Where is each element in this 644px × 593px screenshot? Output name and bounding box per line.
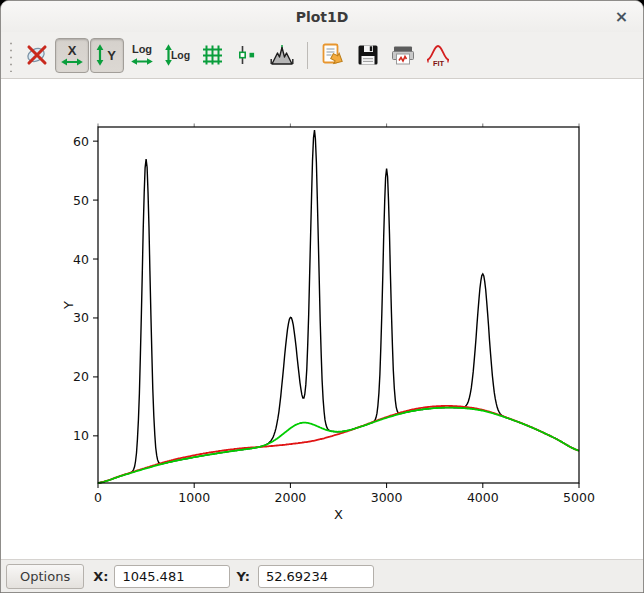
svg-text:20: 20 [73,369,89,384]
close-button[interactable]: × [611,6,632,27]
plot1d-window: Plot1D × X Y [0,0,644,593]
grid-icon [200,43,224,67]
svg-text:1000: 1000 [178,490,210,505]
peak-search-button[interactable] [265,38,299,73]
statusbar: Options X: Y: [1,559,643,592]
svg-text:X: X [68,43,77,58]
toolbar: X Y Log [1,32,643,79]
y-log-icon: Log [162,41,192,69]
x-log-button[interactable]: Log [125,38,159,73]
svg-text:Y: Y [61,301,76,310]
y-autoscale-button[interactable]: Y [90,38,124,73]
svg-text:10: 10 [73,428,89,443]
x-coordinate-field[interactable] [114,565,230,588]
save-icon [356,43,380,67]
zoom-reset-button[interactable] [20,38,54,73]
x-coordinate-label: X: [93,569,108,584]
copy-icon [320,42,346,68]
svg-text:Log: Log [132,43,152,55]
svg-text:5000: 5000 [563,490,595,505]
y-coordinate-label: Y: [236,569,249,584]
plot-canvas[interactable]: 010002000300040005000102030405060XY [1,79,643,559]
grid-button[interactable] [195,38,229,73]
x-autoscale-icon: X [58,41,86,69]
y-autoscale-icon: Y [93,41,121,69]
zoom-reset-icon [24,42,50,68]
print-button[interactable] [386,38,420,73]
titlebar[interactable]: Plot1D × [1,1,643,32]
window-title: Plot1D [296,9,349,25]
svg-text:Y: Y [107,48,116,63]
svg-text:4000: 4000 [467,490,499,505]
y-coordinate-field[interactable] [258,565,374,588]
peak-search-icon [269,43,295,67]
svg-text:50: 50 [73,193,89,208]
fit-button[interactable]: FIT [421,38,455,73]
plot-area: 010002000300040005000102030405060XY [1,79,643,559]
toggle-points-button[interactable] [230,38,264,73]
save-button[interactable] [351,38,385,73]
toolbar-separator [307,42,308,69]
options-button[interactable]: Options [6,564,84,589]
x-autoscale-button[interactable]: X [55,38,89,73]
print-icon [390,43,416,67]
toolbar-grip-handle[interactable] [7,38,15,72]
svg-text:3000: 3000 [371,490,403,505]
fit-icon: FIT [425,42,451,68]
x-log-icon: Log [127,41,157,69]
svg-text:60: 60 [73,134,89,149]
svg-text:Log: Log [171,49,190,61]
svg-text:30: 30 [73,310,89,325]
svg-text:2000: 2000 [274,490,306,505]
close-icon: × [615,9,628,25]
toggle-points-icon [235,43,259,67]
copy-button[interactable] [316,38,350,73]
svg-text:FIT: FIT [433,59,445,68]
svg-text:40: 40 [73,252,89,267]
svg-text:0: 0 [94,490,102,505]
svg-text:X: X [334,507,343,522]
y-log-button[interactable]: Log [160,38,194,73]
